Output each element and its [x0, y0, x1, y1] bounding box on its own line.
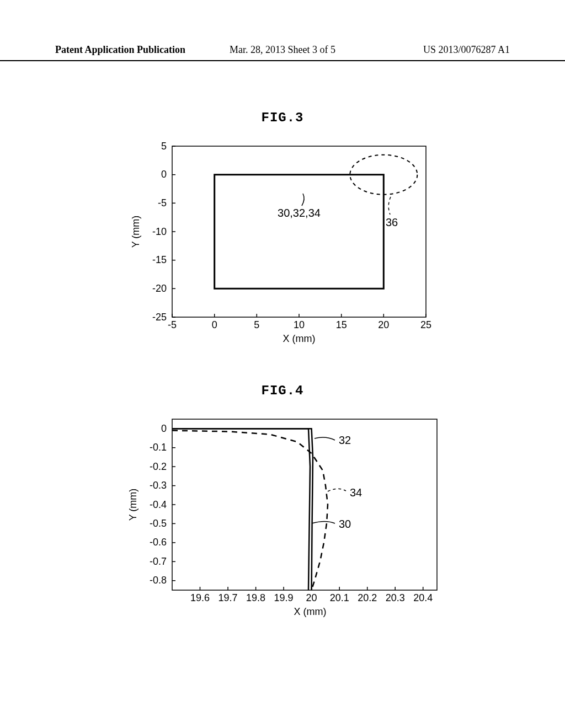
- fig4-ytick-4: -0.4: [150, 499, 167, 510]
- fig4-xtick-2: 19.8: [246, 592, 265, 603]
- figure-4-chart: 19.6 19.7 19.8 19.9 20 20.1 20.2 20.3 20…: [111, 408, 454, 629]
- fig3-ytick-2: -5: [158, 197, 167, 208]
- fig3-xtick-3: 10: [294, 319, 305, 330]
- fig4-xlabel: X (mm): [294, 606, 327, 617]
- fig3-annotation-36: 36: [386, 216, 398, 228]
- fig3-ylabel: Y (mm): [130, 216, 141, 248]
- fig4-curve-34: [172, 431, 328, 590]
- header-left: Patent Application Publication: [55, 44, 223, 56]
- fig4-xtick-7: 20.3: [386, 592, 405, 603]
- figure-3-title: FIG.3: [0, 110, 565, 125]
- fig3-ytick-4: -15: [152, 254, 167, 265]
- fig4-ytick-6: -0.6: [150, 537, 167, 548]
- fig3-leader-36: [388, 197, 391, 215]
- fig4-ytick-3: -0.3: [150, 480, 167, 491]
- svg-rect-15: [172, 419, 437, 590]
- fig3-ytick-5: -20: [152, 283, 167, 294]
- fig3-xtick-0: -5: [168, 319, 177, 330]
- fig4-curve-30: [172, 429, 310, 590]
- fig3-xtick-5: 20: [378, 319, 389, 330]
- fig4-annotation-34: 34: [350, 486, 362, 499]
- fig4-xtick-0: 19.6: [190, 592, 210, 603]
- fig3-xlabel: X (mm): [283, 333, 316, 344]
- fig3-annotation-30-32-34: 30,32,34: [278, 207, 321, 219]
- fig3-ytick-0: 5: [161, 141, 167, 152]
- fig3-xtick-2: 5: [254, 319, 259, 330]
- fig4-leader-30: [312, 522, 335, 524]
- fig3-ytick-1: 0: [161, 169, 167, 180]
- fig4-curve-32: [172, 429, 313, 590]
- fig4-ylabel: Y (mm): [127, 489, 138, 521]
- fig4-ytick-5: -0.5: [150, 518, 167, 529]
- fig4-xtick-5: 20.1: [330, 592, 349, 603]
- fig4-xtick-8: 20.4: [413, 592, 433, 603]
- fig3-ytick-3: -10: [152, 226, 167, 237]
- fig3-leader-30-32-34: [302, 194, 304, 206]
- fig4-leader-32: [315, 437, 335, 440]
- figure-4-title: FIG.4: [0, 383, 565, 398]
- fig4-leader-34: [328, 489, 346, 491]
- fig4-ytick-8: -0.8: [150, 575, 167, 586]
- fig4-xtick-1: 19.7: [218, 592, 238, 603]
- svg-rect-0: [172, 146, 426, 317]
- fig4-ytick-0: 0: [161, 423, 167, 434]
- fig3-shape-30-32-34: [215, 175, 384, 289]
- fig4-xtick-3: 19.9: [274, 592, 294, 603]
- fig3-xtick-4: 15: [336, 319, 347, 330]
- fig3-xtick-6: 25: [420, 319, 431, 330]
- fig3-xtick-1: 0: [212, 319, 217, 330]
- fig4-xtick-6: 20.2: [358, 592, 377, 603]
- fig4-xtick-4: 20: [306, 592, 317, 603]
- fig4-ytick-2: -0.2: [150, 461, 167, 472]
- figure-3-chart: -5 0 5 10 15 20 25 5 0 -5 -10 -15 -20 -2…: [111, 135, 454, 356]
- header-right: US 2013/0076287 A1: [342, 44, 510, 56]
- fig3-ytick-6: -25: [152, 312, 167, 323]
- fig4-ytick-7: -0.7: [150, 556, 167, 567]
- fig4-annotation-30: 30: [339, 518, 351, 530]
- page-header: Patent Application Publication Mar. 28, …: [0, 44, 565, 61]
- fig4-annotation-32: 32: [339, 434, 351, 446]
- header-center: Mar. 28, 2013 Sheet 3 of 5: [223, 44, 342, 56]
- fig4-ytick-1: -0.1: [150, 442, 167, 453]
